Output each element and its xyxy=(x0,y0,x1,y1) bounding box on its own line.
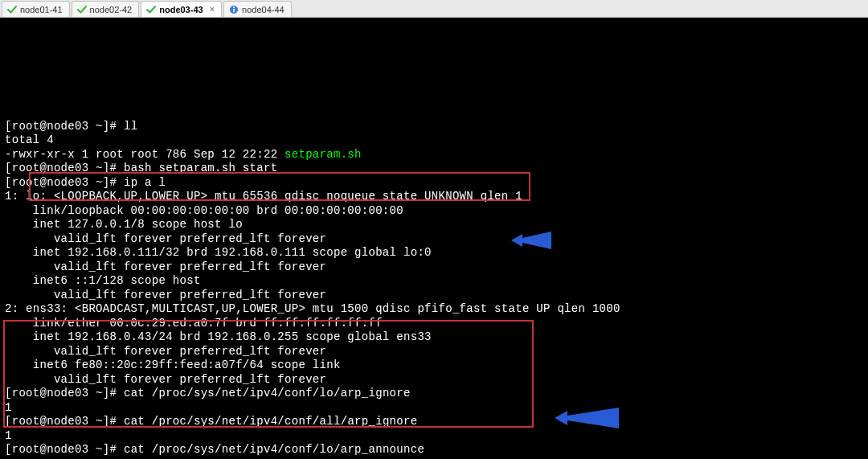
terminal-output: link/ether 00:0c:29:ed:a0:7f brd ff:ff:f… xyxy=(5,317,863,331)
output-text: valid_lft forever preferred_lft forever xyxy=(5,232,326,245)
output-text: inet 192.168.0.43/24 brd 192.168.0.255 s… xyxy=(5,330,432,343)
terminal-output: valid_lft forever preferred_lft forever xyxy=(5,345,863,359)
tab-label: node03-43 xyxy=(159,5,203,14)
terminal-output: 2: ens33: <BROADCAST,MULTICAST,UP,LOWER_… xyxy=(5,302,863,317)
command: ll xyxy=(124,120,137,133)
prompt: [root@node03 ~]# xyxy=(5,443,124,456)
info-icon xyxy=(229,5,239,14)
terminal-output: valid_lft forever preferred_lft forever xyxy=(5,260,863,275)
terminal-output: valid_lft forever preferred_lft forever xyxy=(5,373,863,387)
terminal-prompt-line: [root@node03 ~]# cat /proc/sys/net/ipv4/… xyxy=(5,387,863,401)
tab-node03-43[interactable]: node03-43× xyxy=(141,1,222,17)
terminal-prompt-line: [root@node03 ~]# ll xyxy=(5,120,863,134)
terminal[interactable]: [root@node03 ~]# lltotal 4-rwxr-xr-x 1 r… xyxy=(0,18,868,459)
prompt: [root@node03 ~]# xyxy=(5,387,124,400)
output-text: link/loopback 00:00:00:00:00:00 brd 00:0… xyxy=(5,204,403,217)
terminal-output: link/loopback 00:00:00:00:00:00 brd 00:0… xyxy=(5,204,863,219)
close-icon[interactable]: × xyxy=(210,5,215,14)
terminal-output: inet 192.168.0.43/24 brd 192.168.0.255 s… xyxy=(5,330,863,345)
tab-label: node01-41 xyxy=(20,5,63,14)
check-icon xyxy=(7,5,17,14)
terminal-output: inet 127.0.0.1/8 scope host lo xyxy=(5,218,863,232)
output-text: valid_lft forever preferred_lft forever xyxy=(5,345,326,358)
output-text: 1: lo: <LOOPBACK,UP,LOWER_UP> mtu 65536 … xyxy=(5,190,522,203)
command: bash setparam.sh start xyxy=(124,162,277,174)
output-text: valid_lft forever preferred_lft forever xyxy=(5,373,326,386)
output-text: 1 xyxy=(5,429,12,442)
terminal-output: valid_lft forever preferred_lft forever xyxy=(5,232,863,247)
terminal-prompt-line: [root@node03 ~]# cat /proc/sys/net/ipv4/… xyxy=(5,415,863,429)
terminal-prompt-line: [root@node03 ~]# bash setparam.sh start xyxy=(5,162,863,176)
output-text: 1 xyxy=(5,401,12,414)
check-icon xyxy=(77,5,87,14)
svg-point-2 xyxy=(233,6,235,8)
terminal-output: 1 xyxy=(5,429,863,444)
output-text: valid_lft forever preferred_lft forever xyxy=(5,289,326,301)
prompt: [root@node03 ~]# xyxy=(5,415,124,428)
terminal-prompt-line: [root@node03 ~]# cat /proc/sys/net/ipv4/… xyxy=(5,443,863,457)
terminal-output: total 4 xyxy=(5,133,863,148)
terminal-output: -rwxr-xr-x 1 root root 786 Sep 12 22:22 … xyxy=(5,148,863,162)
output-text: link/ether 00:0c:29:ed:a0:7f brd ff:ff:f… xyxy=(5,317,383,330)
terminal-prompt-line: [root@node03 ~]# ip a l xyxy=(5,176,863,191)
tab-bar: node01-41node02-42node03-43×node04-44 xyxy=(0,0,868,18)
check-icon xyxy=(146,5,156,14)
terminal-output: 1: lo: <LOOPBACK,UP,LOWER_UP> mtu 65536 … xyxy=(5,190,863,204)
ls-perms: -rwxr-xr-x 1 root root 786 Sep 12 22:22 xyxy=(5,148,285,161)
prompt: [root@node03 ~]# xyxy=(5,162,124,174)
terminal-output: valid_lft forever preferred_lft forever xyxy=(5,289,863,303)
prompt: [root@node03 ~]# xyxy=(5,176,124,189)
tab-label: node02-42 xyxy=(90,5,133,14)
terminal-output: inet 192.168.0.111/32 brd 192.168.0.111 … xyxy=(5,246,863,260)
tab-label: node04-44 xyxy=(242,5,285,14)
terminal-output: inet6 ::1/128 scope host xyxy=(5,274,863,289)
tab-node02-42[interactable]: node02-42 xyxy=(72,1,140,17)
terminal-output: 1 xyxy=(5,401,863,416)
command: ip a l xyxy=(124,176,166,189)
terminal-output: inet6 fe80::20c:29ff:feed:a07f/64 scope … xyxy=(5,359,863,373)
tab-node01-41[interactable]: node01-41 xyxy=(2,1,70,17)
command: cat /proc/sys/net/ipv4/conf/all/arp_igno… xyxy=(124,415,417,428)
output-text: valid_lft forever preferred_lft forever xyxy=(5,260,326,273)
prompt: [root@node03 ~]# xyxy=(5,120,124,133)
command: cat /proc/sys/net/ipv4/conf/lo/arp_ignor… xyxy=(124,387,411,400)
svg-rect-1 xyxy=(233,9,235,12)
ls-filename: setparam.sh xyxy=(285,148,362,161)
output-text: inet 127.0.0.1/8 scope host lo xyxy=(5,218,243,231)
tab-node04-44[interactable]: node04-44 xyxy=(223,1,292,17)
output-text: 2: ens33: <BROADCAST,MULTICAST,UP,LOWER_… xyxy=(5,302,620,315)
output-text: inet6 fe80::20c:29ff:feed:a07f/64 scope … xyxy=(5,359,341,371)
command: cat /proc/sys/net/ipv4/conf/lo/arp_annou… xyxy=(124,443,424,456)
output-text: total 4 xyxy=(5,133,54,146)
output-text: inet6 ::1/128 scope host xyxy=(5,274,201,287)
output-text: inet 192.168.0.111/32 brd 192.168.0.111 … xyxy=(5,246,432,259)
